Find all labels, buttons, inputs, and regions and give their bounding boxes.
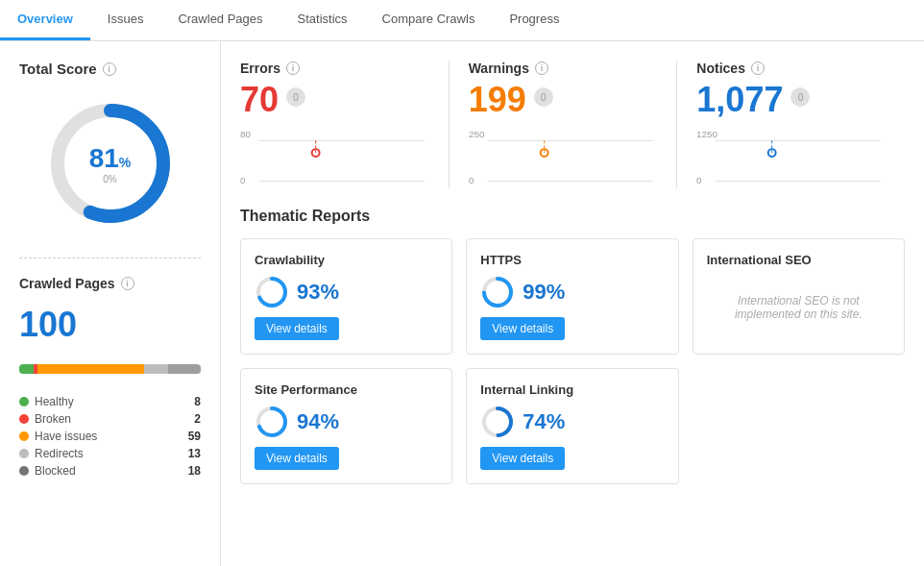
legend-label: Healthy [35, 395, 74, 408]
intl-seo-note: International SEO is not implemented on … [707, 294, 890, 321]
mini-chart: 250 0 [469, 126, 658, 188]
metric-value: 70 [240, 80, 279, 120]
left-panel: Total Score i 81% 0% Crawled Pages i 100 [0, 41, 221, 566]
crawled-pages-info-icon[interactable]: i [121, 277, 134, 290]
mini-chart: 1250 0 [696, 126, 886, 188]
legend-dot [19, 397, 29, 406]
nav-overview[interactable]: Overview [0, 0, 90, 40]
legend-dot [19, 449, 29, 458]
score-pct: % [119, 155, 131, 170]
metric-box-errors: Errors i 70 0 80 0 [240, 61, 450, 188]
legend-count: 59 [188, 430, 201, 443]
view-details-button[interactable]: View details [480, 447, 565, 470]
metrics-row: Errors i 70 0 80 0 Warnings i 199 0 [240, 61, 905, 188]
ring-svg [255, 275, 289, 309]
legend-item: Blocked 18 [19, 464, 201, 478]
metric-info-icon[interactable]: i [535, 62, 548, 75]
svg-text:0: 0 [240, 175, 246, 185]
nav-progress[interactable]: Progress [492, 0, 576, 40]
legend-count: 2 [194, 412, 201, 426]
section-divider [19, 258, 201, 258]
legend-dot [19, 431, 29, 441]
nav-compare-crawls[interactable]: Compare Crawls [365, 0, 493, 40]
ring-pct: 74% [523, 409, 565, 434]
svg-text:250: 250 [469, 129, 485, 139]
metric-info-icon[interactable]: i [286, 62, 300, 75]
view-details-button[interactable]: View details [480, 317, 565, 340]
metric-label: Warnings i [469, 61, 658, 76]
legend-dot [19, 414, 29, 424]
metric-value-row: 199 0 [469, 80, 658, 120]
report-card-crawlability: Crawlability 93% View details [240, 238, 452, 355]
metric-label: Notices i [696, 61, 886, 76]
ring-pct: 94% [297, 409, 339, 434]
report-card-international-seo: International SEOInternational SEO is no… [693, 238, 905, 355]
legend-count: 18 [188, 464, 201, 478]
ring-pct: 93% [297, 280, 339, 305]
mini-chart: 80 0 [240, 126, 429, 188]
ring-pct: 99% [523, 280, 565, 305]
pages-legend: Healthy 8 Broken 2 Have issues 59 Redire… [19, 395, 201, 478]
thematic-reports-title: Thematic Reports [240, 208, 905, 225]
report-card-title: Internal Linking [480, 382, 664, 397]
crawled-count: 100 [19, 305, 201, 345]
legend-item: Have issues 59 [19, 430, 201, 443]
crawled-pages-title: Crawled Pages i [19, 276, 201, 291]
ring-value-row: 74% [480, 405, 664, 439]
score-value: 81 [89, 143, 119, 173]
report-card-internal-linking: Internal Linking 74% View details [466, 368, 678, 484]
report-card-title: Site Performance [255, 382, 438, 397]
report-card-title: HTTPS [480, 253, 664, 267]
nav-statistics[interactable]: Statistics [280, 0, 365, 40]
legend-dot [19, 466, 29, 476]
reports-grid: Crawlability 93% View detailsHTTPS 99% V… [240, 238, 905, 484]
legend-item: Redirects 13 [19, 447, 201, 460]
legend-item: Healthy 8 [19, 395, 201, 408]
legend-count: 13 [188, 447, 201, 460]
metric-box-notices: Notices i 1,077 0 1250 0 [677, 61, 905, 188]
nav-issues[interactable]: Issues [90, 0, 161, 40]
svg-text:1250: 1250 [696, 129, 717, 139]
ring-value-row: 93% [255, 275, 438, 309]
ring-svg [480, 405, 515, 439]
right-panel: Errors i 70 0 80 0 Warnings i 199 0 [221, 41, 924, 566]
ring-value-row: 94% [255, 405, 438, 439]
metric-value: 1,077 [696, 80, 783, 120]
ring-svg [480, 275, 515, 309]
metric-box-warnings: Warnings i 199 0 250 0 [450, 61, 678, 188]
donut-chart-container: 81% 0% [19, 96, 201, 231]
main-content: Total Score i 81% 0% Crawled Pages i 100 [0, 41, 924, 566]
report-card-https: HTTPS 99% View details [466, 238, 678, 355]
empty-grid-slot [693, 368, 905, 484]
legend-label: Have issues [35, 430, 97, 443]
mini-chart-svg: 80 0 [240, 126, 429, 188]
mini-chart-svg: 1250 0 [696, 126, 886, 188]
legend-label: Broken [35, 412, 71, 426]
svg-text:0: 0 [696, 175, 702, 185]
total-score-label: Total Score [19, 61, 97, 77]
metric-badge: 0 [790, 87, 810, 107]
nav-crawled-pages[interactable]: Crawled Pages [160, 0, 280, 40]
mini-chart-svg: 250 0 [469, 126, 658, 188]
donut-center-values: 81% 0% [89, 143, 132, 185]
metric-info-icon[interactable]: i [751, 62, 765, 75]
total-score-info-icon[interactable]: i [103, 62, 116, 76]
report-card-title: Crawlability [255, 253, 438, 267]
ring-value-row: 99% [480, 275, 664, 309]
legend-count: 8 [194, 395, 201, 408]
top-navigation: Overview Issues Crawled Pages Statistics… [0, 0, 924, 41]
legend-label: Redirects [35, 447, 84, 460]
svg-text:0: 0 [469, 175, 474, 185]
score-prev: 0% [89, 174, 132, 185]
report-card-site-performance: Site Performance 94% View details [240, 368, 452, 484]
metric-badge: 0 [534, 87, 553, 107]
metric-label: Errors i [240, 61, 429, 76]
metric-value-row: 1,077 0 [696, 80, 886, 120]
view-details-button[interactable]: View details [255, 317, 339, 340]
metric-value: 199 [469, 80, 526, 120]
svg-text:80: 80 [240, 129, 251, 139]
view-details-button[interactable]: View details [255, 447, 339, 470]
report-card-title: International SEO [707, 253, 890, 267]
metric-value-row: 70 0 [240, 80, 429, 120]
ring-svg [255, 405, 289, 439]
